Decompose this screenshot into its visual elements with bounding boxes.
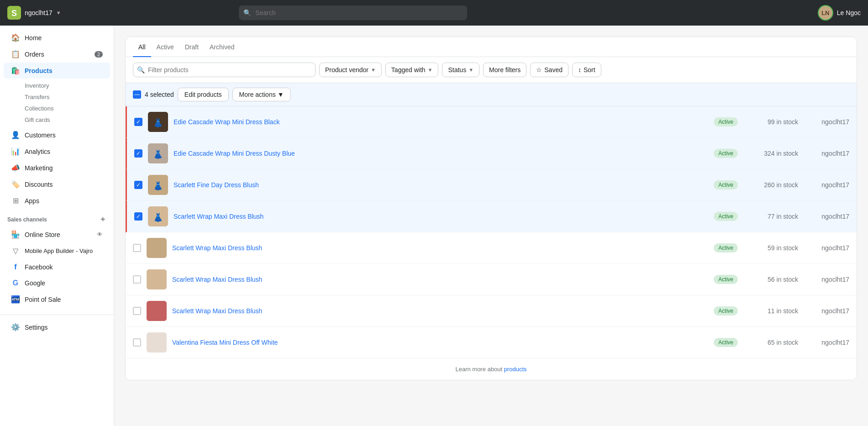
row-checkbox-3[interactable]: ✓ (134, 181, 142, 189)
sidebar-item-transfers[interactable]: Transfers (21, 91, 114, 103)
pos-icon: 🏧 (11, 295, 20, 304)
row-checkbox-8[interactable] (133, 338, 141, 347)
sort-button[interactable]: ↕ Sort (572, 63, 601, 77)
saved-button[interactable]: ☆ Saved (530, 63, 568, 77)
sidebar-item-facebook[interactable]: f Facebook (4, 259, 110, 275)
product-stock-3: 260 in stock (743, 181, 798, 189)
product-thumb-2: 👗 (148, 143, 168, 163)
tab-draft[interactable]: Draft (179, 37, 204, 57)
sidebar-item-home-label: Home (25, 34, 42, 42)
sidebar-item-online-store[interactable]: 🏪 Online Store 👁 (4, 226, 110, 242)
sidebar-item-apps[interactable]: ⊞ Apps (4, 193, 110, 209)
tagged-with-caret: ▼ (428, 67, 433, 73)
svg-text:👗: 👗 (153, 212, 163, 222)
online-store-view-icon: 👁 (97, 231, 103, 238)
add-sales-channel-button[interactable]: ＋ (99, 215, 106, 224)
product-vendor-filter[interactable]: Product vendor ▼ (319, 63, 382, 77)
product-vendor-8: ngoclht17 (804, 339, 849, 346)
bulk-selected-count: 4 selected (145, 91, 174, 98)
filter-search-icon: 🔍 (137, 66, 145, 74)
product-vendor-3: ngoclht17 (804, 181, 849, 189)
products-learn-more-link[interactable]: products (504, 366, 527, 373)
orders-badge: 2 (95, 51, 103, 58)
sidebar-item-discounts[interactable]: 🏷️ Discounts (4, 176, 110, 192)
table-row[interactable]: Scarlett Wrap Maxi Dress Blush Active 11… (126, 295, 857, 327)
sidebar-item-home[interactable]: 🏠 Home (4, 30, 110, 46)
product-vendor-caret: ▼ (371, 67, 376, 73)
product-name-3[interactable]: Scarlett Fine Day Dress Blush (174, 181, 708, 189)
sidebar-item-inventory[interactable]: Inventory (21, 80, 114, 91)
row-checkbox-7[interactable] (133, 307, 141, 315)
analytics-icon: 📊 (11, 147, 20, 156)
brand-button[interactable]: S ngoclht17 ▼ (7, 6, 61, 20)
sidebar-item-pos[interactable]: 🏧 Point of Sale (4, 291, 110, 307)
row-checkbox-5[interactable] (133, 244, 141, 252)
row-checkbox-1[interactable]: ✓ (134, 118, 142, 126)
sidebar-item-customers[interactable]: 👤 Customers (4, 127, 110, 143)
product-name-4[interactable]: Scarlett Wrap Maxi Dress Blush (174, 213, 708, 220)
product-name-2[interactable]: Edie Cascade Wrap Mini Dress Dusty Blue (174, 150, 708, 157)
sidebar-item-discounts-label: Discounts (25, 181, 53, 188)
more-actions-caret: ▼ (278, 91, 284, 98)
product-vendor-1: ngoclht17 (804, 118, 849, 126)
settings-icon: ⚙️ (11, 323, 20, 331)
product-vendor-5: ngoclht17 (804, 244, 849, 252)
sidebar-item-gift-cards[interactable]: Gift cards (21, 114, 114, 126)
product-name-8[interactable]: Valentina Fiesta Mini Dress Off White (172, 339, 708, 346)
filter-search-wrap: 🔍 (133, 63, 316, 77)
product-status-6: Active (714, 275, 738, 284)
sidebar-item-orders[interactable]: 📋 Orders 2 (4, 46, 110, 62)
status-filter[interactable]: Status ▼ (442, 63, 479, 77)
table-row[interactable]: ✓ 👗 Scarlett Fine Day Dress Blush Active… (126, 169, 857, 201)
tab-active[interactable]: Active (151, 37, 179, 57)
sidebar-item-products[interactable]: 🛍️ Products (4, 63, 110, 79)
filter-search-input[interactable] (133, 63, 316, 77)
product-stock-8: 65 in stock (743, 339, 798, 346)
sidebar-item-marketing[interactable]: 📣 Marketing (4, 160, 110, 176)
user-menu[interactable]: LN Le Ngoc (818, 5, 861, 21)
bulk-action-row: — 4 selected Edit products More actions … (126, 83, 857, 106)
product-name-1[interactable]: Edie Cascade Wrap Mini Dress Black (174, 118, 708, 126)
product-status-5: Active (714, 243, 738, 252)
sidebar-item-apps-label: Apps (25, 197, 39, 205)
topbar-search-input[interactable] (239, 5, 467, 20)
table-row[interactable]: Scarlett Wrap Maxi Dress Blush Active 59… (126, 232, 857, 264)
sidebar-item-mobile-app[interactable]: ▽ Mobile App Builder - Vajro (4, 243, 110, 259)
user-name: Le Ngoc (837, 9, 861, 16)
tab-archived[interactable]: Archived (204, 37, 240, 57)
row-checkbox-2[interactable]: ✓ (134, 149, 142, 158)
products-icon: 🛍️ (11, 66, 20, 75)
bulk-checkbox-icon: — (134, 91, 140, 98)
edit-products-button[interactable]: Edit products (178, 88, 229, 101)
sidebar-item-collections[interactable]: Collections (21, 103, 114, 114)
tagged-with-filter[interactable]: Tagged with ▼ (385, 63, 439, 77)
status-caret: ▼ (468, 67, 473, 73)
sidebar-item-settings[interactable]: ⚙️ Settings (4, 319, 110, 335)
brand-caret: ▼ (56, 10, 61, 16)
sidebar-item-analytics[interactable]: 📊 Analytics (4, 143, 110, 159)
product-name-5[interactable]: Scarlett Wrap Maxi Dress Blush (172, 244, 708, 252)
table-row[interactable]: ✓ 👗 Edie Cascade Wrap Mini Dress Black A… (126, 106, 857, 138)
sidebar-item-google-label: Google (25, 279, 45, 287)
svg-text:👗: 👗 (153, 118, 163, 128)
product-name-7[interactable]: Scarlett Wrap Maxi Dress Blush (172, 307, 708, 315)
product-vendor-7: ngoclht17 (804, 307, 849, 315)
tab-all[interactable]: All (133, 37, 151, 57)
row-checkbox-6[interactable] (133, 275, 141, 284)
product-vendor-4: ngoclht17 (804, 213, 849, 220)
bulk-select-checkbox[interactable]: — (133, 90, 141, 99)
sales-channels-header: Sales channels ＋ (0, 209, 114, 226)
table-row[interactable]: Valentina Fiesta Mini Dress Off White Ac… (126, 327, 857, 358)
more-actions-button[interactable]: More actions ▼ (232, 88, 291, 101)
table-row[interactable]: ✓ 👗 Edie Cascade Wrap Mini Dress Dusty B… (126, 138, 857, 169)
product-name-6[interactable]: Scarlett Wrap Maxi Dress Blush (172, 276, 708, 283)
table-row[interactable]: ✓ 👗 Scarlett Wrap Maxi Dress Blush Activ… (126, 201, 857, 232)
sidebar-item-google[interactable]: G Google (4, 275, 110, 291)
product-status-2: Active (714, 149, 738, 158)
more-filters-button[interactable]: More filters (483, 63, 526, 77)
product-stock-4: 77 in stock (743, 213, 798, 220)
user-avatar: LN (818, 5, 833, 21)
row-checkbox-4[interactable]: ✓ (134, 212, 142, 221)
svg-rect-13 (147, 332, 167, 352)
table-row[interactable]: Scarlett Wrap Maxi Dress Blush Active 56… (126, 264, 857, 295)
